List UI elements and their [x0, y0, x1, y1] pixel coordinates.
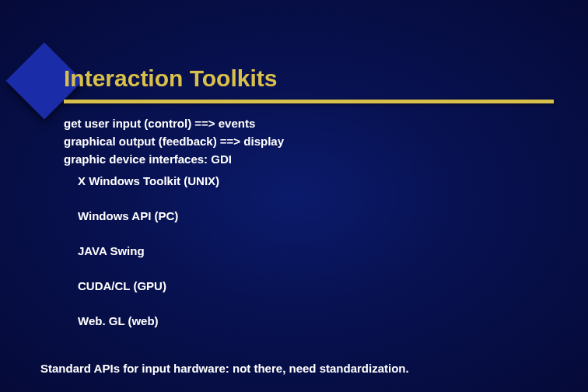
title-underline [64, 100, 554, 103]
slide-title: Interaction Toolkits [64, 65, 277, 92]
toolkit-list: X Windows Toolkit (UNIX) Windows API (PC… [78, 174, 219, 349]
list-item: Windows API (PC) [78, 209, 219, 222]
intro-block: get user input (control) ==> events grap… [64, 115, 284, 169]
list-item: Web. GL (web) [78, 314, 219, 327]
footer-note: Standard APIs for input hardware: not th… [40, 362, 409, 375]
intro-line: graphical output (feedback) ==> display [64, 133, 284, 149]
intro-line: get user input (control) ==> events [64, 115, 284, 131]
list-item: CUDA/CL (GPU) [78, 279, 219, 292]
list-item: JAVA Swing [78, 244, 219, 257]
list-item: X Windows Toolkit (UNIX) [78, 174, 219, 187]
intro-line: graphic device interfaces: GDI [64, 151, 284, 167]
